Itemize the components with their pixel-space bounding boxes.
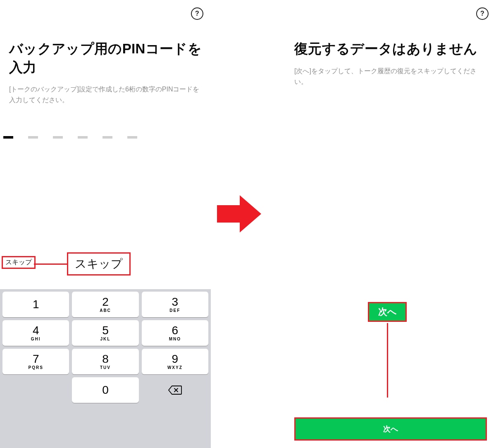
backspace-icon — [168, 385, 182, 395]
next-callout-label: 次へ — [368, 302, 407, 322]
help-icon-label: ? — [195, 10, 199, 17]
page-title: バックアップ用のPINコードを入力 — [0, 0, 211, 77]
key-5-let: JKL — [100, 337, 111, 341]
skip-callout-line — [34, 264, 67, 265]
left-screen: ? バックアップ用のPINコードを入力 [トークのバックアップ]設定で作成した6… — [0, 0, 211, 448]
key-1[interactable]: 1 — [2, 292, 69, 317]
key-2-let: ABC — [100, 308, 111, 313]
key-6-let: MNO — [169, 337, 181, 341]
skip-button[interactable]: スキップ — [67, 252, 131, 276]
key-1-num: 1 — [33, 299, 39, 310]
key-8-num: 8 — [102, 353, 109, 365]
pin-dash-5 — [103, 136, 112, 139]
key-9-num: 9 — [172, 353, 179, 365]
key-3-let: DEF — [169, 308, 180, 313]
page-subtext: [トークのバックアップ]設定で作成した6桁の数字のPINコードを入力してください… — [0, 77, 211, 106]
pin-dash-6 — [127, 136, 137, 139]
page-title: 復元するデータはありません — [285, 0, 496, 58]
key-0[interactable]: 0 — [72, 377, 138, 403]
help-icon[interactable]: ? — [191, 7, 203, 20]
help-icon[interactable]: ? — [476, 7, 489, 20]
key-0-num: 0 — [102, 384, 109, 396]
key-5-num: 5 — [102, 325, 109, 336]
key-9-let: WXYZ — [167, 365, 183, 370]
skip-callout-label: スキップ — [2, 256, 36, 269]
keypad-spacer — [2, 377, 69, 403]
arrow-right-icon — [217, 195, 262, 232]
numeric-keypad: 1 2 ABC 3 DEF 4 GHI 5 J — [0, 289, 211, 448]
help-icon-label: ? — [480, 10, 484, 17]
key-7[interactable]: 7 PQRS — [2, 349, 69, 374]
key-4[interactable]: 4 GHI — [2, 320, 69, 346]
key-3-num: 3 — [172, 296, 179, 308]
key-4-let: GHI — [31, 337, 41, 341]
key-7-num: 7 — [33, 353, 39, 365]
key-2-num: 2 — [102, 296, 109, 308]
pin-dash-3 — [53, 136, 63, 139]
pin-dash-1 — [3, 136, 13, 139]
key-3[interactable]: 3 DEF — [142, 292, 208, 317]
key-5[interactable]: 5 JKL — [72, 320, 138, 346]
backspace-button[interactable] — [142, 377, 208, 403]
page-subtext: [次へ]をタップして、トーク履歴の復元をスキップしてください。 — [285, 58, 496, 88]
right-screen: ? 復元するデータはありません [次へ]をタップして、トーク履歴の復元をスキップ… — [285, 0, 496, 448]
key-9[interactable]: 9 WXYZ — [142, 349, 208, 374]
pin-dash-4 — [78, 136, 88, 139]
key-7-let: PQRS — [28, 365, 43, 370]
key-8[interactable]: 8 TUV — [72, 349, 138, 374]
key-4-num: 4 — [33, 325, 39, 336]
key-6-num: 6 — [172, 325, 179, 336]
pin-indicator — [3, 136, 137, 139]
key-6[interactable]: 6 MNO — [142, 320, 208, 346]
key-8-let: TUV — [100, 365, 111, 370]
pin-dash-2 — [28, 136, 38, 139]
next-callout-line — [387, 323, 388, 398]
next-button[interactable]: 次へ — [294, 417, 487, 441]
key-2[interactable]: 2 ABC — [72, 292, 138, 317]
